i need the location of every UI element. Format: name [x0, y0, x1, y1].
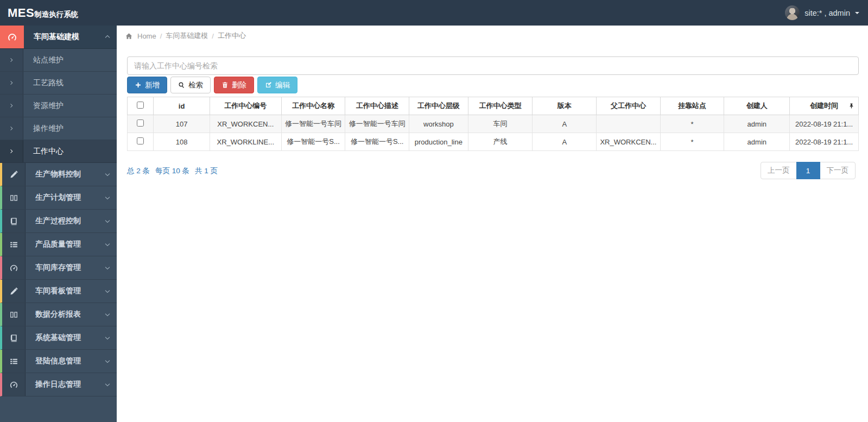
user-label: site:* , admin [804, 9, 850, 17]
sidebar-item-work-center[interactable]: 工作中心 [0, 140, 117, 163]
cell-code: XR_WORKLINE... [210, 133, 281, 151]
edit-button[interactable]: 编辑 [257, 77, 297, 93]
cell-creator: admin [724, 133, 790, 151]
sidebar-item-resource-maintenance[interactable]: 资源维护 [0, 95, 117, 117]
edit-button-label: 编辑 [275, 80, 290, 90]
sidebar-group-process-control[interactable]: 生产过程控制 [0, 210, 117, 233]
sidebar-group-login-info[interactable]: 登陆信息管理 [0, 350, 117, 373]
select-all-header [128, 97, 154, 115]
sidebar-group-label: 操作日志管理 [26, 373, 98, 396]
sidebar-group-quality-management[interactable]: 产品质量管理 [0, 233, 117, 256]
sidebar-group-inventory-management[interactable]: 车间库存管理 [0, 256, 117, 280]
add-button-label: 新增 [145, 80, 160, 90]
cell-level: workshop [409, 115, 468, 133]
row-checkbox[interactable] [137, 137, 144, 144]
sidebar-item-label: 工作中心 [23, 140, 117, 162]
book-icon [2, 210, 26, 232]
pencil-icon [2, 280, 26, 303]
table-row[interactable]: 108 XR_WORKLINE... 修一智能一号S... 修一智能一号S...… [128, 133, 859, 151]
row-checkbox[interactable] [137, 119, 144, 127]
sidebar-group-system-management[interactable]: 系统基础管理 [0, 326, 117, 350]
search-input[interactable] [127, 56, 859, 75]
sidebar-group-material-control[interactable]: 生产物料控制 [0, 163, 117, 186]
plus-icon [135, 81, 142, 89]
chevron-up-icon [98, 26, 117, 48]
chevron-down-icon [98, 303, 117, 326]
sidebar-item-operation-maintenance[interactable]: 操作维护 [0, 117, 117, 140]
sidebar-group-operation-log[interactable]: 操作日志管理 [0, 373, 117, 396]
table-footer: 总 2 条 每页 10 条 共 1 页 上一页 1 下一页 [127, 162, 859, 179]
columns-icon [2, 303, 26, 326]
select-all-checkbox[interactable] [137, 102, 144, 109]
home-icon [125, 33, 132, 40]
arrow-right-icon [0, 49, 23, 71]
sidebar-group-data-analysis[interactable]: 数据分析报表 [0, 303, 117, 326]
breadcrumb-home[interactable]: Home [137, 32, 156, 40]
delete-button[interactable]: 删除 [214, 77, 254, 93]
gauge-icon [2, 256, 26, 279]
chevron-down-icon [98, 373, 117, 396]
sidebar-group-workshop-base-modeling[interactable]: 车间基础建模 [0, 26, 117, 49]
cell-created-time: 2022-08-19 21:1... [790, 133, 859, 151]
cell-version: A [533, 133, 597, 151]
cell-type: 车间 [468, 115, 533, 133]
book-icon [2, 326, 26, 349]
row-select-cell [128, 115, 154, 133]
breadcrumb-separator: / [212, 32, 214, 40]
col-header-desc: 工作中心描述 [345, 97, 409, 115]
gauge-icon [2, 373, 26, 396]
sidebar-group-label: 车间库存管理 [26, 256, 98, 279]
cell-created-time: 2022-08-19 21:1... [790, 115, 859, 133]
sidebar-group-kanban-management[interactable]: 车间看板管理 [0, 280, 117, 303]
sidebar-group-plan-management[interactable]: 生产计划管理 [0, 186, 117, 210]
breadcrumb-level1[interactable]: 车间基础建模 [166, 31, 208, 41]
sidebar-group-label: 数据分析报表 [26, 303, 98, 326]
table-row[interactable]: 107 XR_WORKCEN... 修一智能一号车间 修一智能一号车间 work… [128, 115, 859, 133]
chevron-down-icon [98, 233, 117, 256]
summary-per-page: 每页 10 条 [155, 166, 189, 176]
cell-version: A [533, 115, 597, 133]
cell-parent [597, 115, 661, 133]
pagination-summary: 总 2 条 每页 10 条 共 1 页 [127, 162, 218, 176]
search-button[interactable]: 检索 [170, 77, 211, 93]
user-menu[interactable]: site:* , admin [785, 5, 868, 20]
chevron-down-icon [98, 186, 117, 209]
col-header-created-time: 创建时间 [790, 97, 859, 115]
sidebar-item-process-route[interactable]: 工艺路线 [0, 72, 117, 95]
cell-code: XR_WORKCEN... [210, 115, 281, 133]
chevron-down-icon [98, 210, 117, 232]
cell-parent: XR_WORKCEN... [597, 133, 661, 151]
sidebar-group-label: 生产过程控制 [26, 210, 98, 232]
next-page-button[interactable]: 下一页 [820, 162, 856, 179]
app-logo: MES制造执行系统 [0, 6, 117, 20]
sidebar-group-label: 生产物料控制 [26, 163, 98, 186]
chevron-down-icon [98, 256, 117, 279]
table-header-row: id 工作中心编号 工作中心名称 工作中心描述 工作中心层级 工作中心类型 版本… [128, 97, 859, 115]
summary-total: 总 2 条 [127, 166, 150, 176]
cell-station: * [660, 133, 724, 151]
sidebar-group-label: 系统基础管理 [26, 326, 98, 349]
col-header-creator: 创建人 [724, 97, 790, 115]
sidebar-item-site-maintenance[interactable]: 站点维护 [0, 49, 117, 72]
list-icon [2, 350, 26, 373]
col-header-name: 工作中心名称 [281, 97, 345, 115]
pin-icon[interactable] [848, 103, 854, 109]
sidebar-item-label: 工艺路线 [23, 72, 117, 94]
summary-page-count: 共 1 页 [195, 166, 218, 176]
chevron-down-icon [98, 163, 117, 186]
col-header-parent: 父工作中心 [597, 97, 661, 115]
trash-icon [221, 81, 229, 89]
sidebar-group-label: 产品质量管理 [26, 233, 98, 256]
page-1-button[interactable]: 1 [796, 162, 820, 179]
prev-page-button[interactable]: 上一页 [761, 162, 797, 179]
col-header-level: 工作中心层级 [409, 97, 468, 115]
arrow-right-icon [0, 117, 23, 140]
sidebar: 车间基础建模 站点维护 工艺路线 资源维护 操作维护 工作中心 生产物料控制 生… [0, 26, 117, 422]
main-content: Home / 车间基础建模 / 工作中心 新增 检索 删除 编辑 [117, 26, 868, 422]
chevron-down-icon [98, 350, 117, 373]
pencil-icon [2, 163, 26, 186]
arrow-right-icon [0, 95, 23, 117]
cell-desc: 修一智能一号车间 [345, 115, 409, 133]
edit-icon [265, 81, 272, 89]
add-button[interactable]: 新增 [127, 77, 167, 93]
